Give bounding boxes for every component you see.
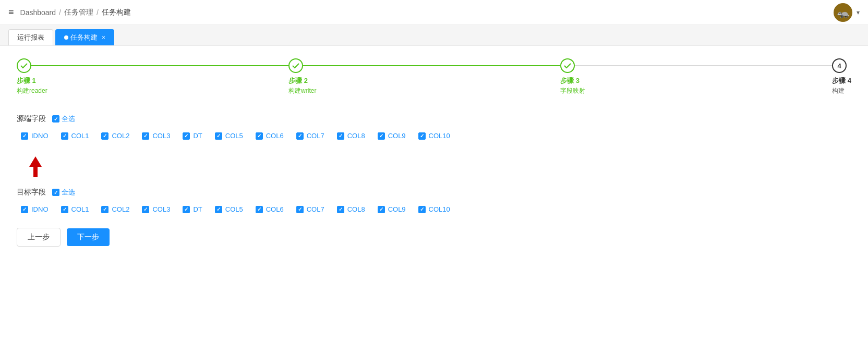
step-label-1: 步骤 1 (17, 76, 36, 85)
source-field-col5[interactable]: COL5 (215, 132, 243, 140)
tab-run-report-label: 运行报表 (17, 33, 44, 42)
tab-task-build[interactable]: 任务构建 × (55, 29, 114, 45)
step-item-1: 步骤 1 构建reader (17, 58, 288, 95)
source-field-col6[interactable]: COL6 (256, 132, 284, 140)
tab-dot (64, 35, 68, 40)
source-field-col9[interactable]: COL9 (378, 132, 406, 140)
target-field-col1[interactable]: COL1 (61, 205, 89, 213)
source-field-col3[interactable]: COL3 (142, 132, 170, 140)
target-field-col7[interactable]: COL7 (296, 205, 324, 213)
step-item-4: 4 步骤 4 构建 (832, 58, 851, 95)
target-field-checkbox-col2[interactable] (101, 206, 108, 213)
target-select-all-checkbox[interactable] (52, 189, 59, 196)
tab-close-icon[interactable]: × (102, 34, 105, 41)
source-field-col7[interactable]: COL7 (296, 132, 324, 140)
target-fields-header: 目标字段 全选 (17, 188, 851, 197)
breadcrumb-sep-1: / (59, 8, 61, 17)
step-circle-2 (288, 58, 303, 73)
target-select-all-label: 全选 (62, 188, 75, 197)
tab-task-build-label: 任务构建 (70, 33, 98, 42)
target-field-idno[interactable]: IDNO (21, 205, 49, 213)
main-content: 步骤 1 构建reader 步骤 2 构建writer 步骤 3 字 (0, 46, 868, 259)
menu-icon[interactable]: ≡ (8, 7, 14, 18)
breadcrumb-dashboard[interactable]: Dashboard (20, 8, 56, 17)
source-fields-section: 源端字段 全选 IDNOCOL1COL2COL3DTCOL5COL6COL7CO… (17, 114, 851, 140)
tabs-bar: 运行报表 任务构建 × (0, 25, 868, 46)
source-fields-row: IDNOCOL1COL2COL3DTCOL5COL6COL7COL8COL9CO… (17, 132, 851, 140)
target-select-all[interactable]: 全选 (52, 188, 75, 197)
source-field-col8[interactable]: COL8 (337, 132, 365, 140)
target-field-checkbox-dt[interactable] (183, 206, 190, 213)
target-field-checkbox-col7[interactable] (296, 206, 304, 213)
source-select-all-checkbox[interactable] (52, 115, 59, 123)
source-field-col1[interactable]: COL1 (61, 132, 89, 140)
source-field-idno[interactable]: IDNO (21, 132, 49, 140)
target-field-checkbox-idno[interactable] (21, 206, 28, 213)
step-label-3: 步骤 3 (560, 76, 580, 85)
target-fields-row: IDNOCOL1COL2COL3DTCOL5COL6COL7COL8COL9CO… (17, 205, 851, 213)
tab-run-report[interactable]: 运行报表 (8, 29, 53, 45)
step-circle-4: 4 (832, 58, 847, 73)
source-field-checkbox-col1[interactable] (61, 132, 68, 140)
target-field-checkbox-col1[interactable] (61, 206, 68, 213)
step-line-3 (575, 65, 832, 66)
step-label-2: 步骤 2 (288, 76, 308, 85)
source-field-checkbox-col2[interactable] (101, 132, 108, 140)
source-field-checkbox-col5[interactable] (215, 132, 222, 140)
target-field-dt[interactable]: DT (183, 205, 202, 213)
target-field-checkbox-col8[interactable] (337, 206, 344, 213)
header-right: 🦡 ▾ (834, 3, 860, 22)
steps-container: 步骤 1 构建reader 步骤 2 构建writer 步骤 3 字 (17, 58, 851, 95)
target-field-col6[interactable]: COL6 (256, 205, 284, 213)
target-field-col10[interactable]: COL10 (418, 205, 450, 213)
target-field-checkbox-col6[interactable] (256, 206, 263, 213)
breadcrumb-task-build: 任务构建 (102, 8, 131, 17)
breadcrumb: Dashboard / 任务管理 / 任务构建 (20, 8, 131, 17)
target-field-col9[interactable]: COL9 (378, 205, 406, 213)
step-item-3: 步骤 3 字段映射 (560, 58, 832, 95)
target-field-checkbox-col5[interactable] (215, 206, 222, 213)
buttons-row: 上一步 下一步 (17, 228, 851, 247)
source-select-all-label: 全选 (62, 114, 75, 124)
arrow-down-indicator (17, 154, 851, 179)
source-select-all[interactable]: 全选 (52, 114, 75, 124)
breadcrumb-task-manage[interactable]: 任务管理 (64, 8, 93, 17)
source-field-checkbox-col10[interactable] (418, 132, 426, 140)
step-sublabel-1: 构建reader (17, 87, 47, 95)
target-fields-section: 目标字段 全选 IDNOCOL1COL2COL3DTCOL5COL6COL7CO… (17, 188, 851, 213)
step-line-1 (31, 65, 288, 66)
step-line-2 (303, 65, 560, 66)
source-field-col2[interactable]: COL2 (101, 132, 129, 140)
breadcrumb-sep-2: / (97, 8, 99, 17)
source-field-checkbox-dt[interactable] (183, 132, 190, 140)
target-field-checkbox-col9[interactable] (378, 206, 385, 213)
arrow-down-svg (25, 154, 46, 179)
step-sublabel-2: 构建writer (288, 87, 316, 95)
header-left: ≡ Dashboard / 任务管理 / 任务构建 (8, 7, 131, 18)
source-field-col10[interactable]: COL10 (418, 132, 450, 140)
avatar[interactable]: 🦡 (834, 3, 852, 22)
source-fields-header: 源端字段 全选 (17, 114, 851, 124)
svg-marker-0 (29, 156, 42, 177)
source-field-checkbox-col9[interactable] (378, 132, 385, 140)
step-item-2: 步骤 2 构建writer (288, 58, 560, 95)
source-field-checkbox-col8[interactable] (337, 132, 344, 140)
source-field-checkbox-col3[interactable] (142, 132, 149, 140)
prev-button[interactable]: 上一步 (17, 228, 61, 247)
target-field-col2[interactable]: COL2 (101, 205, 129, 213)
step-label-4: 步骤 4 (832, 76, 851, 85)
source-field-checkbox-idno[interactable] (21, 132, 28, 140)
next-button[interactable]: 下一步 (67, 228, 110, 246)
target-field-col3[interactable]: COL3 (142, 205, 170, 213)
target-field-checkbox-col10[interactable] (418, 206, 426, 213)
step-circle-3 (560, 58, 575, 73)
step-sublabel-4: 构建 (832, 87, 845, 95)
source-field-checkbox-col6[interactable] (256, 132, 263, 140)
source-field-dt[interactable]: DT (183, 132, 202, 140)
source-field-checkbox-col7[interactable] (296, 132, 304, 140)
target-field-col8[interactable]: COL8 (337, 205, 365, 213)
header: ≡ Dashboard / 任务管理 / 任务构建 🦡 ▾ (0, 0, 868, 25)
avatar-dropdown-icon[interactable]: ▾ (857, 9, 860, 16)
target-field-col5[interactable]: COL5 (215, 205, 243, 213)
target-field-checkbox-col3[interactable] (142, 206, 149, 213)
